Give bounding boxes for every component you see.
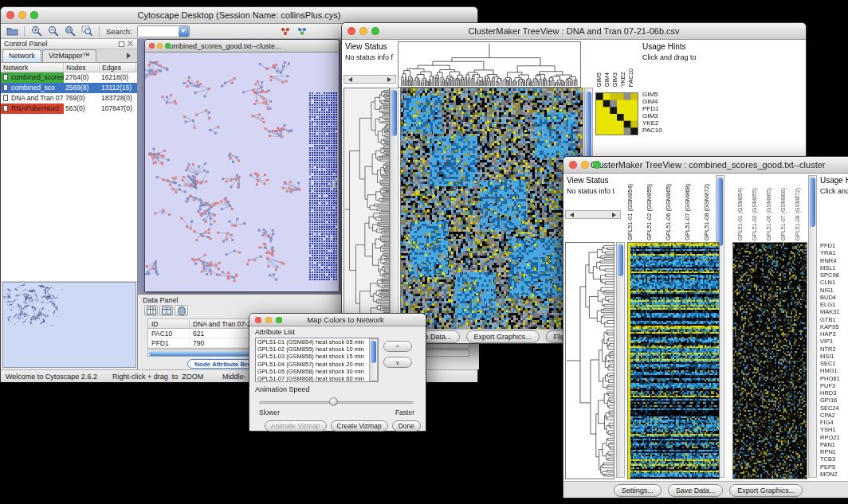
gene-label: PAC10 <box>642 127 662 134</box>
minimize-window-button[interactable] <box>359 27 367 35</box>
cytoscape-titlebar[interactable]: Cytoscape Desktop (Session Name: collins… <box>1 7 477 24</box>
zoom-heatmap-vscrollbar[interactable] <box>808 175 817 478</box>
network-list-row[interactable]: combined_scores 2764(0) 16218(0) <box>1 72 137 83</box>
map-colors-titlebar[interactable]: Map Colors to Network <box>249 314 426 326</box>
vscroll-thumb[interactable] <box>391 90 397 136</box>
search-input[interactable] <box>137 25 190 37</box>
attribute-option[interactable]: GPL51-02 (GSM855) heat shock 10 min <box>256 346 369 353</box>
attribute-option[interactable]: GPL51-07 (GSM868) heat shock 60 min <box>256 375 369 381</box>
zoom-window-button[interactable] <box>276 317 282 323</box>
zoom-window-button[interactable] <box>371 27 379 35</box>
column-header-nodes[interactable]: Nodes <box>64 63 100 72</box>
close-window-button[interactable] <box>347 27 355 35</box>
zoom-out-icon[interactable] <box>46 25 61 37</box>
zoom-in-icon[interactable] <box>29 25 44 37</box>
attribute-grid-icon[interactable] <box>159 305 173 316</box>
network-view-titlebar[interactable]: combined_scores_good.txt--cluste... <box>145 40 339 53</box>
treeview-action-button[interactable]: Export Graphics... <box>729 484 803 497</box>
scroll-right-icon[interactable] <box>612 213 618 217</box>
dialog-button[interactable]: Create Vizmap <box>331 420 388 432</box>
dendrogram-hscrollbar[interactable] <box>344 75 396 84</box>
animation-speed-slider[interactable] <box>259 397 414 408</box>
float-panel-icon[interactable] <box>119 41 124 47</box>
row-id-cell: PFD1 <box>148 338 190 347</box>
move-down-button[interactable]: v <box>383 357 412 368</box>
combo-dropdown-icon[interactable] <box>179 26 189 37</box>
status-zoom-hint: Right-click + drag to ZOOM <box>112 373 203 381</box>
close-window-button[interactable] <box>6 11 14 19</box>
attribute-option[interactable]: GPL51-05 (GSM858) heat shock 30 min <box>256 368 369 375</box>
tab-overflow-icon[interactable] <box>127 53 134 59</box>
vscroll-thumb[interactable] <box>717 178 723 246</box>
mini-heatmap-canvas[interactable] <box>595 92 638 135</box>
vscroll-thumb[interactable] <box>810 178 815 227</box>
treeview-action-button[interactable]: Settings... <box>614 484 662 497</box>
scroll-left-icon[interactable] <box>567 213 574 217</box>
treeview-action-button[interactable]: Save Data... <box>668 484 724 497</box>
minimize-window-button[interactable] <box>265 317 272 323</box>
destroy-network-icon[interactable] <box>278 25 292 37</box>
network-list-row[interactable]: combined_sco 2569(8) 13112(15) <box>1 83 137 93</box>
treeview-dna-titlebar[interactable]: ClusterMaker TreeView : DNA and Tran 07-… <box>342 23 806 40</box>
attribute-list-vscrollbar[interactable] <box>369 338 378 381</box>
zoom-heatmap-canvas[interactable] <box>732 242 807 479</box>
dialog-button[interactable]: Done <box>392 420 421 432</box>
minimize-window-button[interactable] <box>581 161 589 169</box>
close-window-button[interactable] <box>255 317 261 323</box>
close-window-button[interactable] <box>149 43 155 49</box>
dendrogram-vscrollbar[interactable] <box>616 242 625 478</box>
treeview-combined-titlebar[interactable]: ClusterMaker TreeView : combined_scores_… <box>563 157 848 174</box>
gene-label: GIM5 <box>642 91 662 98</box>
attribute-option[interactable]: GPL51-03 (GSM856) heat shock 15 min <box>256 353 369 360</box>
network-list-row[interactable]: RNAPuberNov2 563(0) 107847(0) <box>1 104 137 114</box>
column-header-network[interactable]: Network <box>1 63 64 72</box>
dendrogram-vscrollbar[interactable] <box>390 88 398 330</box>
network-name-cell: combined_sco <box>1 83 64 93</box>
hscroll-thumb[interactable] <box>149 351 253 356</box>
minimize-window-button[interactable] <box>18 11 26 19</box>
treeview-action-button[interactable]: Export Graphics... <box>466 330 540 343</box>
dendrogram-hscrollbar[interactable] <box>565 210 621 219</box>
database-icon[interactable] <box>175 305 188 316</box>
birdseye-view-canvas[interactable] <box>2 282 136 368</box>
table-grid-icon[interactable] <box>144 305 158 316</box>
network-list-row[interactable]: DNA and Tran 07 769(0) 183728(0) <box>1 93 137 104</box>
column-header-id[interactable]: ID <box>148 319 190 328</box>
heatmap-canvas[interactable] <box>627 242 720 479</box>
column-header-edges[interactable]: Edges <box>100 63 136 72</box>
attribute-option[interactable]: GPL51-04 (GSM857) heat shock 20 min <box>256 361 369 368</box>
dialog-button[interactable]: Animate Vizmap <box>265 420 327 432</box>
column-label: GIM5 <box>595 72 603 87</box>
vscroll-thumb[interactable] <box>618 244 623 276</box>
row-dendrogram-canvas[interactable] <box>344 88 390 331</box>
create-view-icon[interactable] <box>295 25 309 37</box>
close-panel-icon[interactable] <box>128 41 134 47</box>
gene-label: ELG1 <box>820 301 840 308</box>
attribute-list-label: Attribute List <box>255 328 295 336</box>
zoom-fit-icon[interactable] <box>63 25 77 37</box>
window-controls <box>347 27 379 35</box>
row-dendrogram-canvas[interactable] <box>565 242 614 479</box>
minimize-window-button[interactable] <box>157 43 163 49</box>
move-up-button[interactable]: ^ <box>383 341 412 352</box>
zoom-window-button[interactable] <box>30 11 38 19</box>
vscroll-thumb[interactable] <box>586 92 591 162</box>
zoom-selected-icon[interactable] <box>80 25 94 37</box>
zoom-window-button[interactable] <box>165 43 171 49</box>
network-canvas[interactable] <box>145 53 339 291</box>
scroll-left-icon[interactable] <box>346 77 352 82</box>
slider-thumb[interactable] <box>329 397 338 406</box>
scroll-right-icon[interactable] <box>387 77 394 82</box>
status-welcome: Welcome to Cytoscape 2.6.2 <box>6 373 97 381</box>
vscroll-thumb[interactable] <box>371 341 376 363</box>
column-dendrogram-canvas[interactable] <box>398 41 581 88</box>
control-panel: Control Panel NetworkVizMapper™ Network … <box>1 39 138 369</box>
control-panel-tab[interactable]: VizMapper™ <box>42 49 96 62</box>
heatmap-canvas[interactable] <box>400 88 583 331</box>
column-label: GIM4 <box>603 72 611 87</box>
zoom-window-button[interactable] <box>593 161 601 169</box>
control-panel-tab[interactable]: Network <box>2 49 41 62</box>
attribute-option[interactable]: GPL51-01 (GSM854) heat shock 05 min <box>256 338 369 346</box>
open-folder-icon[interactable] <box>5 25 19 37</box>
close-window-button[interactable] <box>569 161 577 169</box>
